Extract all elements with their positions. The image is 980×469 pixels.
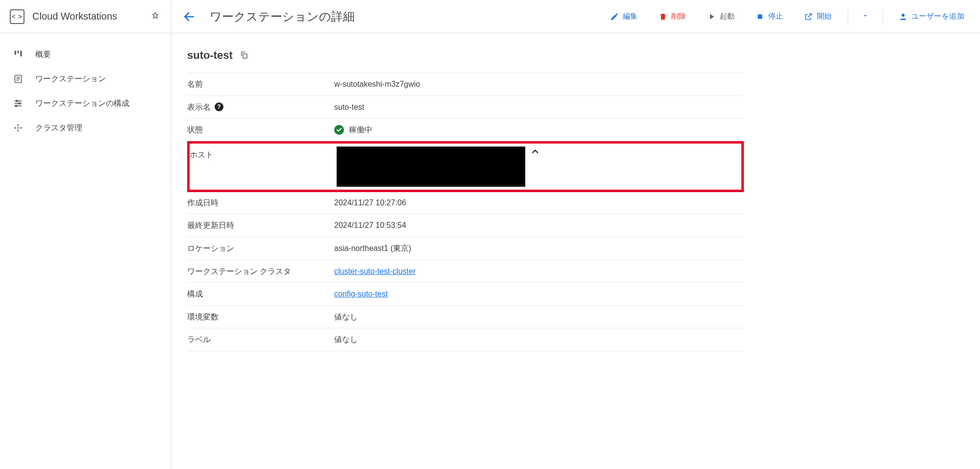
start-button[interactable]: 開始 [797, 8, 839, 25]
svg-point-20 [902, 14, 905, 17]
boot-button[interactable]: 起動 [700, 8, 742, 25]
svg-point-8 [16, 100, 18, 101]
play-icon [707, 12, 716, 21]
svg-point-16 [17, 124, 19, 126]
value-config: config-suto-test [334, 288, 744, 300]
value-updated: 2024/11/27 10:53:54 [334, 219, 744, 232]
trash-icon [659, 12, 667, 21]
content: suto-test 名前 w-sutotakeshi-m3z7gwio 表示名 … [172, 33, 760, 367]
sidebar-item-clusters[interactable]: クラスタ管理 [0, 116, 171, 140]
config-link[interactable]: config-suto-test [334, 288, 388, 300]
person-icon [899, 12, 907, 21]
chevron-up-icon [530, 147, 540, 156]
workstation-title: suto-test [187, 49, 233, 62]
row-display-name: 表示名 ? suto-test [187, 96, 744, 119]
svg-point-15 [20, 127, 22, 128]
row-state: 状態 稼働中 [187, 119, 744, 142]
cluster-link[interactable]: cluster-suto-test-cluster [334, 265, 416, 278]
svg-point-17 [17, 130, 19, 131]
svg-rect-2 [20, 51, 22, 57]
stop-icon [756, 12, 764, 21]
label-env: 環境変数 [187, 311, 334, 323]
divider [848, 9, 848, 25]
label-name: 名前 [187, 78, 334, 91]
main: ワークステーションの詳細 編集 削除 起動 停止 開始 [172, 0, 980, 469]
action-label: 開始 [817, 12, 832, 21]
svg-rect-19 [758, 14, 762, 19]
sidebar-item-workstations[interactable]: ワークステーション [0, 67, 171, 91]
action-label: 削除 [671, 12, 686, 21]
svg-point-10 [19, 102, 20, 104]
row-host: ホスト [190, 147, 741, 187]
help-icon[interactable]: ? [215, 102, 223, 111]
product-title: Cloud Workstations [32, 11, 144, 22]
state-text: 稼働中 [349, 123, 372, 136]
svg-point-13 [17, 127, 19, 128]
add-user-button[interactable]: ユーザーを追加 [892, 8, 972, 25]
sidebar-header: < > Cloud Workstations [0, 0, 171, 33]
svg-rect-21 [243, 53, 247, 58]
row-cluster: ワークステーション クラスタ cluster-suto-test-cluster [187, 260, 744, 283]
sidebar-item-configs[interactable]: ワークステーションの構成 [0, 91, 171, 116]
label-created: 作成日時 [187, 197, 334, 209]
action-label: ユーザーを追加 [911, 12, 965, 21]
value-name: w-sutotakeshi-m3z7gwio [334, 78, 744, 91]
label-config: 構成 [187, 288, 334, 300]
value-state: 稼働中 [334, 123, 744, 136]
row-created: 作成日時 2024/11/27 10:27:06 [187, 192, 744, 215]
row-name: 名前 w-sutotakeshi-m3z7gwio [187, 73, 744, 96]
row-location: ロケーション asia-northeast1 (東京) [187, 237, 744, 260]
value-display-name: suto-test [334, 101, 744, 114]
svg-rect-0 [15, 51, 16, 55]
value-env: 値なし [334, 311, 744, 323]
sidebar-item-overview[interactable]: 概要 [0, 42, 171, 67]
back-button[interactable] [180, 8, 198, 25]
value-cluster: cluster-suto-test-cluster [334, 265, 744, 278]
value-labels: 値なし [334, 333, 744, 346]
copy-button[interactable] [240, 50, 248, 61]
product-icon: < > [10, 9, 24, 24]
row-updated: 最終更新日時 2024/11/27 10:53:54 [187, 214, 744, 237]
row-labels: ラベル 値なし [187, 328, 744, 351]
label-display-text: 表示名 [187, 101, 211, 114]
row-host-highlight: ホスト [187, 141, 744, 192]
divider [882, 9, 883, 25]
edit-button[interactable]: 編集 [603, 8, 645, 25]
more-actions-button[interactable] [857, 8, 874, 25]
row-config: 構成 config-suto-test [187, 283, 744, 306]
topbar: ワークステーションの詳細 編集 削除 起動 停止 開始 [172, 0, 980, 33]
action-label: 停止 [768, 12, 784, 21]
sidebar-item-label: ワークステーション [35, 74, 106, 84]
cluster-icon [13, 123, 24, 133]
redacted-host [337, 147, 525, 187]
row-env: 環境変数 値なし [187, 306, 744, 329]
pencil-icon [610, 12, 619, 21]
pin-icon[interactable] [151, 12, 159, 21]
page-title: ワークステーションの詳細 [205, 9, 355, 25]
delete-button[interactable]: 削除 [652, 8, 693, 25]
value-host [337, 147, 741, 187]
host-collapse-button[interactable] [530, 147, 540, 158]
sidebar-nav: 概要 ワークステーション ワークステーションの構成 クラスタ管理 [0, 33, 171, 149]
action-label: 起動 [720, 12, 735, 21]
value-location: asia-northeast1 (東京) [334, 242, 744, 255]
sidebar-item-label: 概要 [35, 49, 51, 60]
overview-icon [13, 49, 24, 60]
label-location: ロケーション [187, 242, 334, 255]
label-host: ホスト [190, 147, 337, 161]
stop-button[interactable]: 停止 [749, 8, 790, 25]
sidebar-item-label: ワークステーションの構成 [35, 99, 129, 109]
workstation-icon [13, 74, 24, 84]
sliders-icon [13, 98, 24, 109]
svg-rect-1 [17, 51, 19, 53]
value-created: 2024/11/27 10:27:06 [334, 197, 744, 209]
label-labels: ラベル [187, 333, 334, 346]
sidebar-item-label: クラスタ管理 [35, 123, 82, 133]
action-label: 編集 [623, 12, 638, 21]
workstation-title-row: suto-test [187, 49, 744, 62]
svg-point-14 [15, 127, 16, 128]
svg-point-12 [15, 105, 17, 106]
sidebar: < > Cloud Workstations 概要 ワークステーション [0, 0, 172, 469]
launch-icon [804, 12, 813, 21]
label-state: 状態 [187, 123, 334, 136]
